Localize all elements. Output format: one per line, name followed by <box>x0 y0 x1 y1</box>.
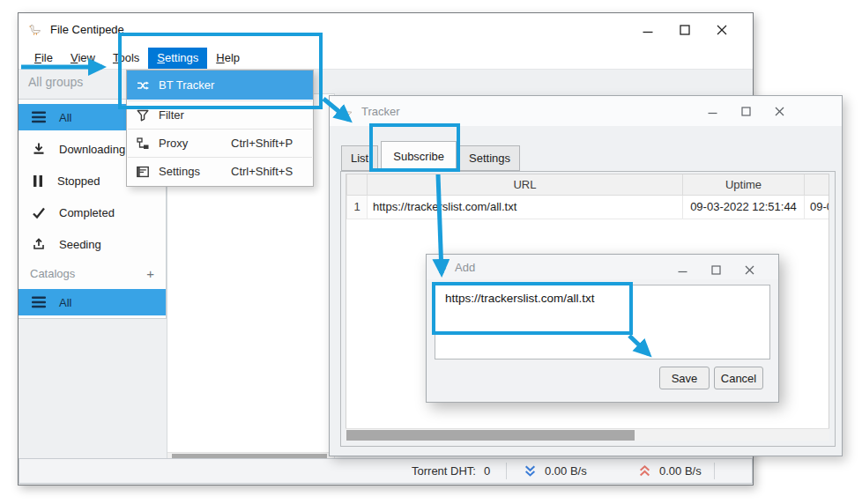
menu-help[interactable]: Help <box>207 48 249 69</box>
cell-url: https://trackerslist.com/all.txt <box>368 195 683 219</box>
app-goose-icon <box>27 22 42 37</box>
maximize-button[interactable] <box>666 14 703 46</box>
dht-status: Torrent DHT: 0 <box>412 459 490 483</box>
check-icon <box>32 206 46 219</box>
menu-item-shortcut: Ctrl+Shift+S <box>231 165 293 178</box>
tracker-tab-bar: List Subscribe Settings <box>341 141 523 171</box>
close-button[interactable] <box>703 14 740 46</box>
main-window-title: File Centipede <box>50 23 124 36</box>
download-speed-status: 0.00 B/s <box>524 459 587 483</box>
tab-settings[interactable]: Settings <box>459 145 520 171</box>
status-separator <box>506 463 507 479</box>
add-dialog-title: Add <box>455 261 475 274</box>
menu-separator <box>128 129 312 130</box>
menu-item-bt-tracker[interactable]: BT Tracker <box>127 70 313 100</box>
menu-item-settings[interactable]: Settings Ctrl+Shift+S <box>127 159 313 184</box>
table-header-row: URL Uptime <box>347 174 830 195</box>
download-speed-value: 0.00 B/s <box>545 464 587 478</box>
sidebar-item-label: All <box>59 296 71 309</box>
sidebar-item-label: All <box>59 111 71 124</box>
minimize-button[interactable] <box>695 98 729 124</box>
maximize-button[interactable] <box>699 256 732 283</box>
proxy-nodes-icon <box>136 137 150 151</box>
menu-item-label: Proxy <box>159 137 222 150</box>
menu-bars-icon <box>32 296 46 308</box>
status-bar: Torrent DHT: 0 0.00 B/s 0.00 B/s <box>19 458 753 484</box>
sidebar-item-completed[interactable]: Completed <box>19 199 166 226</box>
menu-tools[interactable]: Tools <box>104 48 148 69</box>
tracker-shuffle-icon <box>136 78 150 93</box>
menu-item-label: BT Tracker <box>159 78 222 92</box>
sidebar-item-label: Completed <box>59 206 115 219</box>
add-catalog-button[interactable]: + <box>146 266 154 281</box>
col-uptime[interactable]: Uptime <box>683 174 805 195</box>
filter-funnel-icon <box>136 108 150 122</box>
cell-extra: 09-0 <box>805 195 830 219</box>
sidebar-item-label: Downloading <box>59 143 125 156</box>
sidebar-catalog-item-all[interactable]: All <box>19 289 166 315</box>
download-chevrons-icon <box>524 464 537 478</box>
cancel-button[interactable]: Cancel <box>714 367 763 389</box>
maximize-button[interactable] <box>729 98 762 124</box>
upload-chevrons-icon <box>638 464 651 478</box>
status-separator <box>714 463 715 479</box>
pause-icon <box>32 174 44 188</box>
groups-bar-label: All groups <box>28 75 83 89</box>
settings-dropdown-menu: BT Tracker Filter Proxy Ctrl+Shift+P Set… <box>126 70 314 187</box>
menu-item-shortcut: Ctrl+Shift+P <box>231 137 293 150</box>
download-icon <box>32 142 46 156</box>
menu-view[interactable]: View <box>62 48 104 69</box>
dht-label: Torrent DHT: <box>412 464 476 478</box>
table-row[interactable]: 1 https://trackerslist.com/all.txt 09-03… <box>347 195 830 219</box>
minimize-button[interactable] <box>665 256 699 283</box>
sidebar-item-seeding[interactable]: Seeding <box>19 231 166 257</box>
settings-form-icon <box>136 165 150 179</box>
upload-speed-value: 0.00 B/s <box>659 464 702 478</box>
app-goose-icon <box>339 104 353 118</box>
add-dialog: Add https://trackerslist.com/all.txt Sav… <box>426 254 779 403</box>
save-button[interactable]: Save <box>659 367 710 389</box>
catalogs-header: Catalogs + <box>19 263 166 284</box>
sidebar-item-label: Stopped <box>57 174 100 188</box>
upload-icon <box>32 237 46 251</box>
tracker-url-input[interactable]: https://trackerslist.com/all.txt <box>435 285 770 359</box>
col-extra[interactable] <box>805 174 830 195</box>
menu-bar: File View Tools Settings Help <box>19 46 753 69</box>
horizontal-scrollbar[interactable] <box>346 428 829 441</box>
sidebar-item-label: Seeding <box>59 238 101 251</box>
col-url[interactable]: URL <box>368 174 683 195</box>
tab-list[interactable]: List <box>341 145 378 171</box>
menu-settings[interactable]: Settings <box>148 48 207 69</box>
catalogs-label: Catalogs <box>30 267 75 280</box>
menu-item-label: Filter <box>159 108 222 122</box>
minimize-button[interactable] <box>629 14 666 46</box>
scrollbar-thumb[interactable] <box>346 430 635 441</box>
menu-item-filter[interactable]: Filter <box>127 102 313 128</box>
close-button[interactable] <box>732 256 766 283</box>
menu-file[interactable]: File <box>26 48 62 69</box>
app-goose-icon <box>435 261 448 274</box>
close-button[interactable] <box>762 98 796 124</box>
tracker-window-title: Tracker <box>361 105 400 118</box>
col-rownum[interactable] <box>347 174 368 195</box>
upload-speed-status: 0.00 B/s <box>638 459 702 483</box>
tab-subscribe[interactable]: Subscribe <box>381 141 457 172</box>
menu-bars-icon <box>32 111 46 123</box>
menu-item-proxy[interactable]: Proxy Ctrl+Shift+P <box>127 130 313 156</box>
cell-rownum: 1 <box>347 195 368 219</box>
menu-item-label: Settings <box>159 165 222 178</box>
dht-value: 0 <box>484 464 490 478</box>
cell-uptime: 09-03-2022 12:51:44 <box>683 195 805 219</box>
menu-separator <box>128 100 312 101</box>
menu-separator <box>128 157 312 158</box>
